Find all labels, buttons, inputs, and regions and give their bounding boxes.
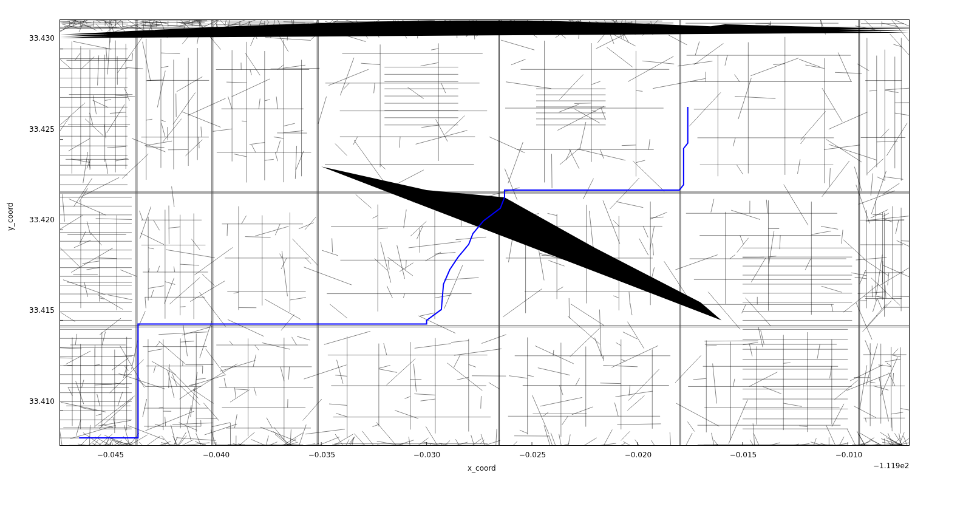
y-axis-label: y_coord [6, 202, 15, 231]
svg-line-483 [281, 315, 294, 330]
svg-line-797 [614, 403, 618, 416]
svg-line-495 [250, 143, 265, 145]
svg-line-1102 [860, 433, 902, 445]
svg-line-1028 [784, 185, 808, 225]
svg-line-672 [410, 221, 426, 236]
svg-line-410 [273, 431, 314, 445]
svg-line-1074 [678, 61, 712, 66]
svg-line-1051 [735, 75, 740, 82]
svg-line-1045 [737, 165, 743, 174]
svg-line-346 [173, 92, 196, 124]
svg-line-1009 [811, 231, 831, 234]
svg-line-287 [152, 361, 176, 375]
svg-line-279 [177, 438, 216, 441]
svg-line-811 [540, 397, 582, 406]
svg-line-716 [407, 87, 423, 99]
svg-line-1170 [888, 273, 889, 285]
svg-line-333 [161, 53, 180, 53]
svg-line-329 [146, 119, 152, 120]
svg-line-496 [265, 100, 270, 101]
svg-line-814 [572, 407, 593, 415]
svg-line-1181 [871, 210, 888, 218]
svg-line-323 [169, 278, 200, 304]
svg-line-680 [387, 286, 392, 298]
svg-line-840 [613, 220, 619, 227]
svg-line-518 [283, 65, 305, 68]
svg-line-238 [143, 442, 171, 445]
svg-line-863 [574, 103, 591, 104]
svg-line-822 [599, 310, 601, 356]
svg-line-892 [560, 148, 580, 165]
svg-line-420 [291, 437, 339, 445]
svg-line-271 [172, 423, 213, 425]
svg-line-1047 [800, 138, 805, 144]
svg-line-1212 [867, 159, 883, 173]
svg-line-139 [126, 67, 143, 69]
svg-line-334 [161, 120, 166, 122]
svg-line-480 [255, 227, 288, 236]
svg-line-524 [295, 146, 296, 179]
svg-line-625 [405, 397, 410, 399]
svg-line-1214 [857, 64, 869, 70]
svg-line-475 [227, 224, 228, 236]
svg-line-1203 [885, 90, 898, 93]
svg-line-821 [568, 316, 600, 344]
svg-line-59 [95, 364, 100, 365]
svg-line-1198 [869, 90, 877, 91]
x-axis-offset: −1.119e2 [873, 462, 909, 470]
svg-line-875 [601, 108, 605, 120]
svg-line-492 [234, 154, 247, 157]
svg-line-617 [335, 375, 347, 377]
svg-line-484 [282, 251, 287, 296]
svg-line-117 [60, 215, 83, 238]
svg-line-1130 [900, 409, 909, 412]
svg-line-435 [234, 414, 237, 428]
svg-line-499 [284, 131, 303, 132]
svg-line-1166 [873, 299, 877, 312]
svg-line-122 [63, 280, 106, 295]
svg-line-328 [146, 147, 165, 148]
svg-line-250 [159, 407, 163, 408]
svg-line-779 [635, 440, 645, 445]
svg-line-1125 [891, 412, 903, 414]
svg-line-962 [845, 442, 871, 445]
svg-line-121 [107, 295, 132, 299]
svg-line-1192 [860, 270, 866, 284]
svg-line-273 [168, 367, 199, 398]
svg-line-1133 [865, 418, 866, 422]
svg-line-774 [595, 429, 612, 445]
svg-line-510 [276, 97, 277, 109]
svg-line-319 [191, 239, 200, 250]
svg-line-272 [183, 325, 188, 356]
svg-line-1220 [885, 87, 909, 90]
svg-line-206 [99, 20, 109, 28]
svg-line-136 [115, 95, 135, 97]
svg-line-715 [340, 58, 354, 95]
svg-line-538 [264, 20, 269, 23]
svg-line-353 [157, 70, 165, 107]
svg-line-140 [110, 112, 126, 114]
svg-line-1199 [877, 142, 898, 142]
svg-line-1134 [892, 418, 893, 431]
svg-line-1126 [886, 363, 891, 366]
svg-line-83 [76, 420, 80, 435]
svg-line-485 [245, 237, 271, 237]
svg-line-1054 [695, 41, 699, 55]
svg-line-246 [148, 349, 162, 352]
svg-line-839 [643, 226, 648, 237]
svg-line-535 [225, 20, 227, 25]
svg-line-895 [583, 179, 593, 199]
svg-line-454 [193, 364, 237, 391]
svg-line-310 [174, 267, 174, 272]
svg-line-1032 [842, 230, 843, 244]
svg-line-1150 [855, 277, 867, 278]
svg-line-301 [180, 307, 186, 307]
svg-line-1031 [751, 258, 766, 282]
svg-line-94 [104, 435, 121, 444]
svg-line-995 [834, 380, 857, 400]
svg-line-644 [454, 349, 502, 355]
svg-line-1218 [890, 34, 909, 61]
svg-line-1174 [879, 265, 909, 286]
svg-line-1206 [895, 113, 909, 116]
svg-line-519 [265, 38, 311, 41]
